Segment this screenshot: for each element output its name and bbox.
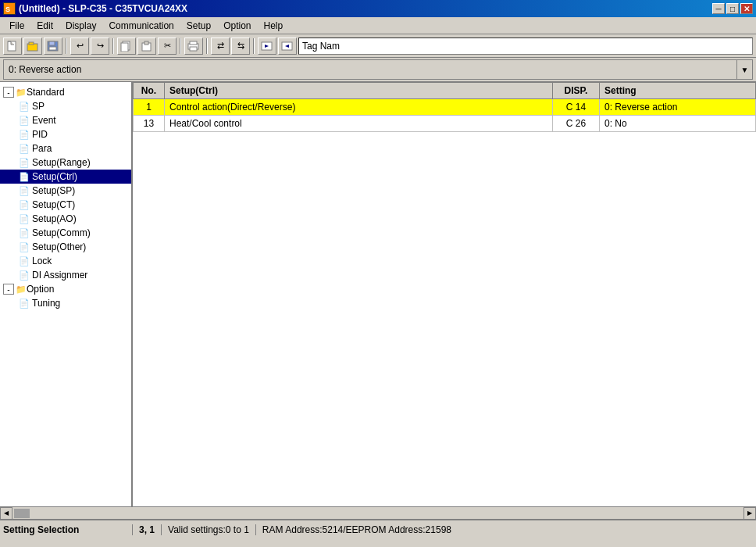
close-button[interactable]: ✕ — [740, 3, 753, 14]
expand-icon-option[interactable]: - — [3, 284, 14, 295]
sidebar-item-setup-ctrl[interactable]: 📄 Setup(Ctrl) — [0, 170, 131, 184]
app-icon: S — [3, 2, 16, 15]
doc-icon-setup-other: 📄 — [19, 242, 30, 252]
sidebar-item-setup-ct[interactable]: 📄 Setup(CT) — [0, 198, 131, 212]
menu-communication[interactable]: Communication — [102, 19, 180, 33]
sidebar-label-setup-ao: Setup(AO) — [32, 213, 77, 224]
folder-icon-standard: 📁 — [16, 88, 27, 98]
cell-setting-1[interactable]: 0: Reverse action — [600, 99, 756, 116]
cell-no-1: 1 — [134, 99, 165, 116]
open-button[interactable] — [23, 38, 42, 55]
sidebar-label-setup-range: Setup(Range) — [32, 157, 91, 168]
undo-button[interactable]: ↩ — [70, 38, 89, 55]
minimize-button[interactable]: ─ — [712, 3, 725, 14]
sidebar-label-lock: Lock — [32, 256, 52, 266]
cell-setting-13[interactable]: 0: No — [600, 116, 756, 132]
status-valid-settings: Valid settings:0 to 1 — [162, 524, 256, 535]
sidebar-item-setup-sp[interactable]: 📄 Setup(SP) — [0, 184, 131, 198]
sidebar-item-setup-range[interactable]: 📄 Setup(Range) — [0, 156, 131, 170]
sidebar-item-option[interactable]: - 📁 Option — [0, 282, 131, 296]
scroll-left-button[interactable]: ◀ — [0, 507, 12, 520]
sidebar-item-di-assign[interactable]: 📄 DI Assignmer — [0, 268, 131, 282]
svg-rect-5 — [29, 42, 34, 45]
toolbar-separator-5 — [253, 38, 255, 54]
sidebar-item-para[interactable]: 📄 Para — [0, 141, 131, 156]
sidebar-label-sp: SP — [32, 101, 45, 112]
svg-rect-10 — [121, 43, 128, 52]
toolbar-separator-2 — [112, 38, 114, 54]
doc-icon-sp: 📄 — [19, 102, 30, 112]
sidebar-item-tuning[interactable]: 📄 Tuning — [0, 296, 131, 310]
dropdown-arrow[interactable]: ▼ — [736, 60, 752, 79]
menu-setup[interactable]: Setup — [180, 19, 217, 33]
sidebar-label-setup-other: Setup(Other) — [32, 241, 86, 252]
toolbar-separator-3 — [180, 38, 181, 54]
doc-icon-di-assign: 📄 — [19, 270, 30, 281]
table-row[interactable]: 13 Heat/Cool control C 26 0: No — [134, 116, 756, 132]
col-header-setup: Setup(Ctrl) — [165, 83, 553, 99]
sidebar-label-setup-comm: Setup(Comm) — [32, 227, 91, 238]
col-header-disp: DISP. — [553, 83, 600, 99]
connect-button[interactable]: ⇄ — [211, 38, 230, 55]
sidebar-item-sp[interactable]: 📄 SP — [0, 99, 131, 113]
new-button[interactable] — [3, 38, 22, 55]
doc-icon-tuning: 📄 — [19, 299, 30, 309]
status-coords: 3, 1 — [133, 524, 162, 535]
cell-disp-1: C 14 — [553, 99, 600, 116]
col-header-no: No. — [134, 83, 165, 99]
tag-name-input[interactable] — [298, 38, 753, 55]
cell-disp-13: C 26 — [553, 116, 600, 132]
title-bar: S (Untitled) - SLP-C35 - C35TVCUA24XX ─ … — [0, 0, 756, 17]
menu-display[interactable]: Display — [59, 19, 102, 33]
menu-edit[interactable]: Edit — [30, 19, 59, 33]
folder-icon-option: 📁 — [16, 284, 27, 295]
dropdown-selector[interactable]: 0: Reverse action ▼ — [3, 59, 753, 80]
scroll-thumb[interactable] — [14, 509, 30, 518]
copy-button[interactable] — [117, 38, 136, 55]
read-button[interactable] — [258, 38, 276, 55]
write-button[interactable] — [278, 38, 297, 55]
scroll-right-button[interactable]: ▶ — [744, 507, 756, 520]
svg-rect-8 — [49, 47, 56, 50]
menu-file[interactable]: File — [3, 19, 30, 33]
sidebar-item-pid[interactable]: 📄 PID — [0, 127, 131, 141]
sidebar-label-pid: PID — [32, 129, 48, 140]
title-bar-left: S (Untitled) - SLP-C35 - C35TVCUA24XX — [3, 2, 187, 15]
status-address: RAM Address:5214/EEPROM Address:21598 — [256, 524, 458, 535]
dropdown-value: 0: Reverse action — [4, 59, 736, 80]
expand-icon-standard[interactable]: - — [3, 87, 14, 98]
svg-rect-15 — [190, 47, 197, 51]
maximize-button[interactable]: □ — [726, 3, 739, 14]
print-button[interactable] — [184, 38, 203, 55]
sidebar-item-setup-other[interactable]: 📄 Setup(Other) — [0, 240, 131, 254]
sidebar-label-para: Para — [32, 143, 52, 154]
table-row[interactable]: 1 Control action(Direct/Reverse) C 14 0:… — [134, 99, 756, 116]
doc-icon-pid: 📄 — [19, 130, 30, 140]
svg-rect-12 — [144, 41, 148, 45]
doc-icon-setup-comm: 📄 — [19, 228, 30, 238]
menu-bar: File Edit Display Communication Setup Op… — [0, 17, 756, 34]
doc-icon-setup-range: 📄 — [19, 158, 30, 168]
sidebar-label-setup-ct: Setup(CT) — [32, 199, 75, 210]
svg-rect-7 — [49, 41, 55, 45]
sidebar-item-standard[interactable]: - 📁 Standard — [0, 85, 131, 99]
sidebar-label-tuning: Tuning — [32, 298, 60, 309]
scroll-track[interactable] — [12, 507, 744, 519]
sidebar-item-lock[interactable]: 📄 Lock — [0, 254, 131, 268]
horizontal-scrollbar[interactable]: ◀ ▶ — [0, 506, 756, 519]
window-title: (Untitled) - SLP-C35 - C35TVCUA24XX — [19, 3, 187, 14]
content-panel: No. Setup(Ctrl) DISP. Setting 1 Control … — [133, 82, 756, 506]
sidebar-tree: - 📁 Standard 📄 SP 📄 Event 📄 PID 📄 Para 📄… — [0, 82, 133, 506]
paste-button[interactable] — [137, 38, 156, 55]
menu-option[interactable]: Option — [217, 19, 257, 33]
toolbar-separator-1 — [66, 38, 67, 54]
save-button[interactable] — [44, 38, 62, 55]
sidebar-item-setup-comm[interactable]: 📄 Setup(Comm) — [0, 226, 131, 240]
sidebar-item-setup-ao[interactable]: 📄 Setup(AO) — [0, 212, 131, 226]
redo-button[interactable]: ↪ — [91, 38, 109, 55]
disconnect-button[interactable]: ⇆ — [231, 38, 250, 55]
cut-button[interactable]: ✂ — [158, 38, 177, 55]
menu-help[interactable]: Help — [257, 19, 289, 33]
sidebar-item-event[interactable]: 📄 Event — [0, 113, 131, 127]
title-buttons: ─ □ ✕ — [712, 3, 753, 14]
